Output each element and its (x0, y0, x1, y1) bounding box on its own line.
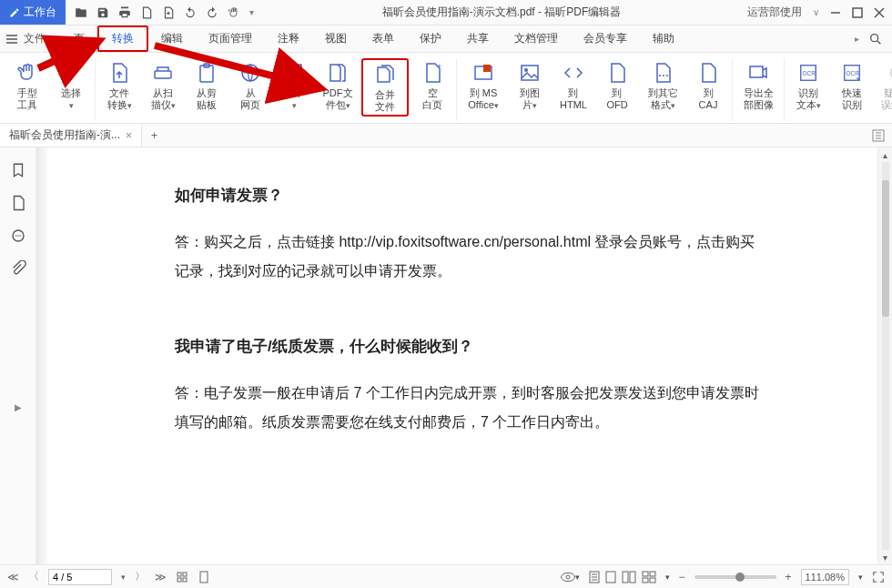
ocr-suspect-button[interactable]: 疑似错误结果▾ (876, 58, 892, 112)
menu-item-vip[interactable]: 会员专享 (571, 25, 640, 52)
title-bar: 工作台 ▾ 福昕会员使用指南-演示文档.pdf - 福昕PDF编辑器 运营部使用… (0, 0, 892, 25)
new-doc-icon[interactable] (140, 6, 153, 19)
continuous-view-icon[interactable] (589, 571, 600, 583)
menu-item-help[interactable]: 辅助 (640, 25, 687, 52)
zoom-out-icon[interactable]: − (679, 571, 685, 583)
vertical-scrollbar[interactable]: ▴ ▾ (877, 147, 892, 564)
file-menu[interactable]: 文件 (24, 31, 46, 46)
zoom-slider[interactable] (694, 575, 776, 579)
org-label[interactable]: 运营部使用 (747, 5, 802, 20)
document-viewport[interactable]: 如何申请发票？ 答：购买之后，点击链接 http://vip.foxitsoft… (47, 147, 877, 564)
single-page-view-icon[interactable] (198, 571, 210, 583)
ocr-text-button[interactable]: OCR 识别文本▾ (788, 58, 828, 112)
nav-prev-icon[interactable]: ◂ (51, 34, 56, 44)
thumbnail-view-icon[interactable] (176, 571, 188, 583)
cursor-icon (58, 60, 84, 86)
read-mode-icon[interactable]: ▾ (561, 572, 580, 583)
form-button[interactable]: 表单▾ (274, 58, 314, 112)
menu-item-share[interactable]: 共享 (454, 25, 502, 52)
two-page-view-icon[interactable] (622, 571, 636, 583)
comments-icon[interactable] (10, 228, 26, 244)
svg-text:OCR: OCR (846, 70, 860, 76)
scrollbar-track[interactable] (882, 162, 889, 550)
workbench-tab[interactable]: 工作台 (0, 0, 66, 25)
zoom-dropdown-icon[interactable]: ▾ (858, 573, 863, 582)
menu-label: 视图 (325, 31, 347, 46)
tab-menu-icon[interactable] (872, 129, 885, 142)
attachments-icon[interactable] (10, 260, 26, 277)
open-icon[interactable] (75, 6, 87, 19)
zoom-value[interactable]: 111.08% (801, 569, 849, 585)
search-icon[interactable] (868, 32, 883, 46)
file-convert-button[interactable]: 文件转换▾ (99, 58, 139, 112)
undo-icon[interactable] (184, 6, 197, 19)
merge-files-button[interactable]: 合并文件 (365, 60, 405, 113)
two-page-cont-icon[interactable] (642, 571, 656, 583)
menu-label: 会员专享 (583, 31, 627, 46)
maximize-icon[interactable] (852, 7, 863, 18)
ribbon-label: 到图片▾ (520, 87, 540, 112)
file-convert-icon (106, 60, 132, 86)
hamburger-icon[interactable] (5, 33, 18, 46)
ribbon-label: 疑似错误结果▾ (881, 87, 892, 112)
qat-dropdown-icon[interactable]: ▾ (249, 7, 254, 17)
close-tab-icon[interactable]: × (126, 129, 132, 142)
web-icon (238, 60, 263, 86)
single-view-icon[interactable] (605, 571, 616, 583)
nav-next-icon[interactable]: ▸ (855, 34, 859, 44)
to-caj-button[interactable]: 到CAJ (688, 58, 728, 111)
scroll-down-icon[interactable]: ▾ (883, 550, 887, 564)
tab-label: 福昕会员使用指南-演... (9, 127, 120, 143)
new-doc-plus-icon[interactable] (162, 6, 175, 19)
print-icon[interactable] (118, 6, 131, 19)
menu-item-protect[interactable]: 保护 (407, 25, 454, 52)
menu-item-doc-manage[interactable]: 文档管理 (502, 25, 571, 52)
last-page-icon[interactable]: ≫ (155, 571, 167, 583)
close-window-icon[interactable] (874, 7, 885, 18)
pages-icon[interactable] (10, 195, 26, 211)
quick-ocr-button[interactable]: OCR 快速识别 (832, 58, 872, 111)
expand-sidebar-icon[interactable]: ▶ (15, 402, 22, 412)
hand-qat-icon[interactable] (228, 6, 240, 19)
scrollbar-thumb[interactable] (882, 180, 889, 317)
other-format-icon (650, 60, 675, 86)
page-dropdown-icon[interactable]: ▾ (121, 573, 126, 582)
bookmark-icon[interactable] (10, 162, 26, 178)
page-number-input[interactable] (48, 569, 112, 585)
to-ms-office-button[interactable]: 到 MSOffice▾ (461, 58, 506, 112)
save-icon[interactable] (96, 6, 109, 19)
menu-item-view[interactable]: 视图 (312, 25, 360, 52)
svg-point-24 (15, 235, 17, 237)
from-clipboard-button[interactable]: 从剪贴板 (187, 58, 227, 111)
add-tab-button[interactable]: + (142, 124, 167, 147)
scroll-up-icon[interactable]: ▴ (883, 147, 887, 162)
to-image-button[interactable]: 到图片▾ (510, 58, 550, 112)
blank-page-button[interactable]: + 空白页 (412, 58, 452, 111)
view-dropdown-icon[interactable]: ▾ (665, 573, 670, 582)
zoom-knob[interactable] (735, 573, 745, 582)
menu-item-edit[interactable]: 编辑 (148, 25, 196, 52)
menu-item-page-manage[interactable]: 页面管理 (196, 25, 265, 52)
menu-item-annotate[interactable]: 注释 (265, 25, 312, 52)
export-all-images-button[interactable]: 导出全部图像 (736, 58, 780, 111)
to-other-format-button[interactable]: 到其它格式▾ (641, 58, 684, 112)
select-button[interactable]: 选择▾ (51, 58, 91, 112)
first-page-icon[interactable]: ≪ (7, 571, 19, 583)
from-web-button[interactable]: 从网页 (230, 58, 270, 111)
fullscreen-icon[interactable] (872, 571, 885, 583)
menu-item-page[interactable]: 页 (61, 25, 97, 52)
next-page-icon[interactable]: 〉 (135, 569, 146, 584)
document-tab[interactable]: 福昕会员使用指南-演... × (0, 124, 142, 147)
minimize-icon[interactable] (830, 7, 841, 18)
menu-item-form[interactable]: 表单 (360, 25, 407, 52)
from-scanner-button[interactable]: 从扫描仪▾ (143, 58, 183, 112)
pdf-package-button[interactable]: PDF文件包▾ (318, 58, 358, 112)
menu-item-convert[interactable]: 转换 (97, 25, 148, 52)
redo-icon[interactable] (206, 6, 218, 19)
hand-tool-button[interactable]: 手型工具 (7, 58, 47, 111)
prev-page-icon[interactable]: 〈 (28, 569, 39, 584)
to-ofd-button[interactable]: 到OFD (597, 58, 637, 111)
zoom-in-icon[interactable]: + (786, 571, 792, 583)
org-dropdown-icon[interactable]: ∨ (813, 7, 819, 17)
to-html-button[interactable]: 到HTML (553, 58, 593, 111)
